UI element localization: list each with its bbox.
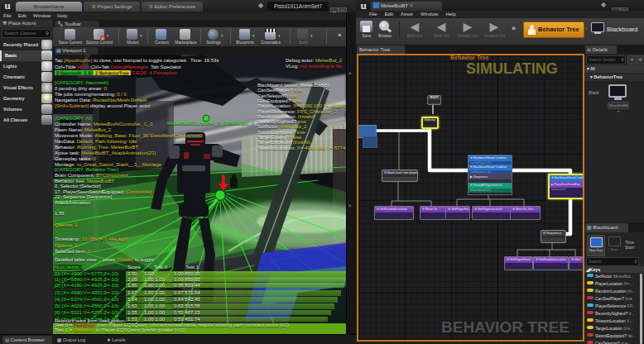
svg-text:Wander 2.00: Wander 2.00 bbox=[227, 194, 252, 198]
